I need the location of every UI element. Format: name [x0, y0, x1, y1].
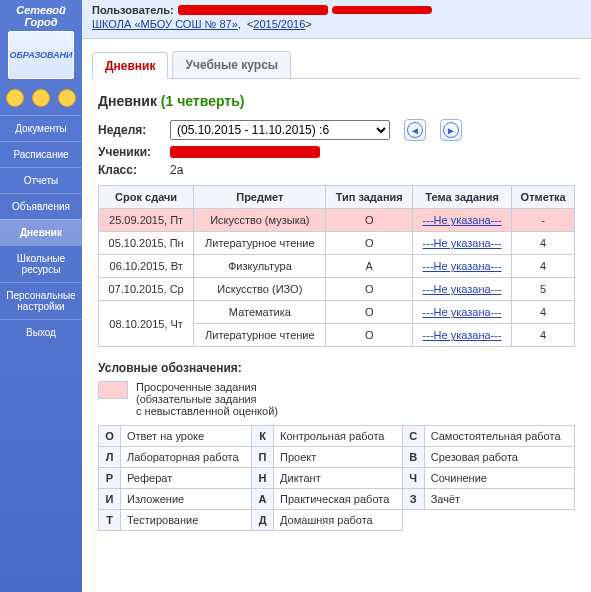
nav-item-2[interactable]: Отчеты — [0, 167, 82, 193]
legend-desc: Домашняя работа — [274, 510, 403, 531]
cell-type: О — [326, 301, 413, 324]
legend-desc: Ответ на уроке — [121, 426, 252, 447]
legend-code: З — [402, 489, 424, 510]
topic-link[interactable]: ---Не указана--- — [423, 329, 502, 341]
cell-type: О — [326, 324, 413, 347]
cell-subject: Искусство (музыка) — [194, 209, 326, 232]
quarter: (1 четверть) — [161, 93, 245, 109]
nav-item-7[interactable]: Выход — [0, 319, 82, 345]
user-label: Пользователь: — [92, 4, 174, 16]
cell-type: А — [326, 255, 413, 278]
week-select[interactable]: (05.10.2015 - 11.10.2015) :6 — [170, 120, 390, 140]
legend-code: К — [252, 426, 274, 447]
logo-image: ОБРАЗОВАНИ — [8, 31, 74, 79]
cell-subject: Искусство (ИЗО) — [194, 278, 326, 301]
cell-mark: 5 — [512, 278, 575, 301]
col-type: Тип задания — [326, 186, 413, 209]
user-name-redacted2 — [332, 6, 432, 14]
cell-due: 08.10.2015, Чт — [99, 301, 194, 347]
overdue-swatch — [98, 381, 128, 399]
cell-mark: 4 — [512, 255, 575, 278]
header: Пользователь: ШКОЛА «МБОУ СОШ № 87», <20… — [82, 0, 591, 39]
legend-codes: ООтвет на урокеККонтрольная работаССамос… — [98, 425, 575, 531]
nav: ДокументыРасписаниеОтчетыОбъявленияДневн… — [0, 115, 82, 345]
nav-item-6[interactable]: Персональные настройки — [0, 282, 82, 319]
topic-link[interactable]: ---Не указана--- — [423, 237, 502, 249]
logo-badge: ОБРАЗОВАНИ — [9, 51, 72, 60]
legend-code: Ч — [402, 468, 424, 489]
arrow-right-icon: ► — [443, 122, 459, 138]
help-icon[interactable] — [58, 89, 76, 107]
cell-subject: Литературное чтение — [194, 324, 326, 347]
user-line: Пользователь: — [92, 4, 581, 16]
cell-due: 25.09.2015, Пт — [99, 209, 194, 232]
legend-code: О — [99, 426, 121, 447]
legend-code: Д — [252, 510, 274, 531]
legend-row: ИИзложениеАПрактическая работаЗЗачёт — [99, 489, 575, 510]
nav-item-0[interactable]: Документы — [0, 115, 82, 141]
chat-icon[interactable] — [32, 89, 50, 107]
cell-subject: Математика — [194, 301, 326, 324]
sidebar: Сетевой Город ОБРАЗОВАНИ ДокументыРаспис… — [0, 0, 82, 592]
topic-link[interactable]: ---Не указана--- — [423, 214, 502, 226]
week-next-button[interactable]: ► — [440, 119, 462, 141]
mail-icon[interactable] — [6, 89, 24, 107]
table-row: 06.10.2015, ВтФизкультураА---Не указана-… — [99, 255, 575, 278]
diary-table: Срок сдачи Предмет Тип задания Тема зада… — [98, 185, 575, 347]
tab-0[interactable]: Дневник — [92, 52, 168, 79]
legend-desc: Срезовая работа — [424, 447, 574, 468]
col-due: Срок сдачи — [99, 186, 194, 209]
week-prev-button[interactable]: ◄ — [404, 119, 426, 141]
table-row: 08.10.2015, ЧтМатематикаО---Не указана--… — [99, 301, 575, 324]
legend-code: А — [252, 489, 274, 510]
legend-desc: Зачёт — [424, 489, 574, 510]
cell-subject: Физкультура — [194, 255, 326, 278]
col-topic: Тема задания — [412, 186, 511, 209]
sidebar-logo: Сетевой Город ОБРАЗОВАНИ — [0, 0, 82, 85]
user-name-redacted — [178, 5, 328, 15]
legend-code: И — [99, 489, 121, 510]
arrow-left-icon: ◄ — [407, 122, 423, 138]
year-link[interactable]: 2015/2016 — [253, 18, 305, 30]
legend-overdue-l3: с невыставленной оценкой) — [136, 405, 278, 417]
week-row: Неделя: (05.10.2015 - 11.10.2015) :6 ◄ ► — [98, 119, 575, 141]
legend-overdue-l2: (обязательные задания — [136, 393, 278, 405]
cell-subject: Литературное чтение — [194, 232, 326, 255]
legend-code: С — [402, 426, 424, 447]
student-row: Ученики: — [98, 145, 575, 159]
legend-desc: Практическая работа — [274, 489, 403, 510]
cell-type: О — [326, 278, 413, 301]
tab-1[interactable]: Учебные курсы — [172, 51, 291, 78]
cell-topic: ---Не указана--- — [412, 209, 511, 232]
legend-row: РРефератНДиктантЧСочинение — [99, 468, 575, 489]
topic-link[interactable]: ---Не указана--- — [423, 260, 502, 272]
cell-topic: ---Не указана--- — [412, 255, 511, 278]
legend-desc: Тестирование — [121, 510, 252, 531]
nav-item-1[interactable]: Расписание — [0, 141, 82, 167]
class-label: Класс: — [98, 163, 162, 177]
cell-type: О — [326, 209, 413, 232]
legend-desc: Самостоятельная работа — [424, 426, 574, 447]
main: Пользователь: ШКОЛА «МБОУ СОШ № 87», <20… — [82, 0, 591, 592]
tabs: ДневникУчебные курсы — [92, 51, 581, 79]
legend-desc: Контрольная работа — [274, 426, 403, 447]
cell-type: О — [326, 232, 413, 255]
topic-link[interactable]: ---Не указана--- — [423, 306, 502, 318]
cell-mark: 4 — [512, 324, 575, 347]
student-label: Ученики: — [98, 145, 162, 159]
nav-item-4[interactable]: Дневник — [0, 219, 82, 245]
student-name-redacted — [170, 146, 320, 158]
legend-code: П — [252, 447, 274, 468]
legend-desc: Лабораторная работа — [121, 447, 252, 468]
legend-overdue: Просроченные задания (обязательные задан… — [98, 381, 575, 417]
legend-title: Условные обозначения: — [98, 361, 575, 375]
cell-topic: ---Не указана--- — [412, 232, 511, 255]
nav-item-3[interactable]: Объявления — [0, 193, 82, 219]
nav-item-5[interactable]: Школьные ресурсы — [0, 245, 82, 282]
cell-topic: ---Не указана--- — [412, 324, 511, 347]
topic-link[interactable]: ---Не указана--- — [423, 283, 502, 295]
school-link[interactable]: ШКОЛА «МБОУ СОШ № 87» — [92, 18, 238, 30]
sidebar-actions — [0, 85, 82, 111]
cell-due: 06.10.2015, Вт — [99, 255, 194, 278]
legend-desc: Проект — [274, 447, 403, 468]
